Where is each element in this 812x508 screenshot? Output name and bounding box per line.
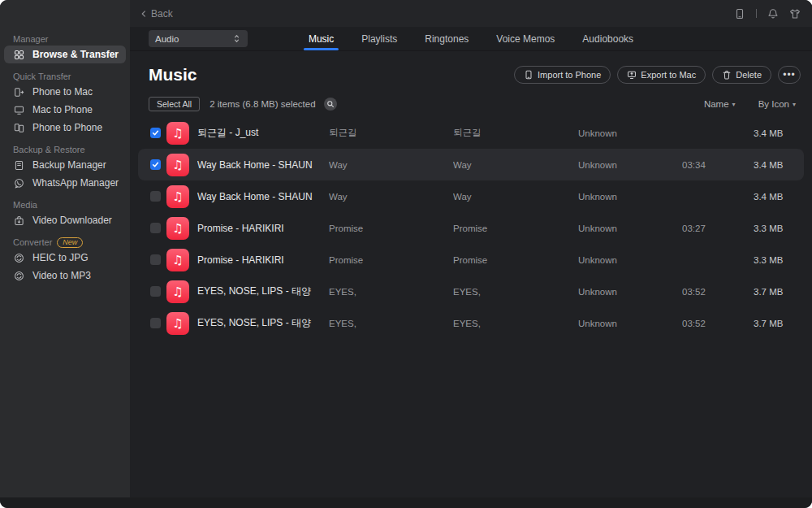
whatsapp-icon	[13, 177, 24, 189]
row-checkbox[interactable]	[150, 254, 161, 265]
export-to-mac-button[interactable]: Export to Mac	[617, 66, 706, 84]
genre-cell: Unknown	[578, 192, 682, 202]
app-window: ManagerBrowse & TransferQuick TransferPh…	[0, 0, 812, 508]
phone-icon	[524, 70, 533, 80]
search-button[interactable]	[324, 98, 337, 111]
sidebar-section-label: Manager	[0, 33, 130, 46]
chevron-left-icon	[140, 10, 148, 18]
song-title-cell: Way Back Home - SHAUN	[197, 191, 329, 202]
song-row[interactable]: ♫퇴근길 - J_ust퇴근길퇴근길Unknown3.4 MB	[138, 117, 804, 149]
tab-music[interactable]: Music	[307, 27, 335, 50]
genre-cell: Unknown	[578, 128, 682, 138]
song-row[interactable]: ♫EYES, NOSE, LIPS - 태양EYES,EYES,Unknown0…	[138, 307, 804, 339]
music-app-icon: ♫	[166, 217, 189, 240]
sort-by-name-dropdown[interactable]: Name ▾	[704, 99, 736, 109]
row-checkbox[interactable]	[150, 191, 161, 202]
song-row[interactable]: ♫Promise - HARIKIRIPromisePromiseUnknown…	[138, 244, 804, 276]
music-app-icon: ♫	[166, 280, 189, 303]
size-cell: 3.3 MB	[754, 255, 804, 265]
content-area: Music Import to PhoneExport to MacDelete…	[130, 51, 812, 497]
tab-ringtones[interactable]: Ringtones	[423, 27, 470, 50]
page-title: Music	[149, 65, 197, 85]
tab-voice-memos[interactable]: Voice Memos	[495, 27, 556, 50]
view-by-icon-dropdown[interactable]: By Icon ▾	[758, 99, 796, 109]
song-title-cell: Way Back Home - SHAUN	[197, 159, 329, 171]
song-title-cell: 퇴근길 - J_ust	[197, 126, 329, 140]
video-download-icon	[13, 215, 24, 226]
song-title-cell: Promise - HARIKIRI	[197, 223, 329, 234]
backup-icon	[13, 159, 24, 171]
tshirt-icon[interactable]	[789, 8, 801, 20]
sidebar-item-backup-manager[interactable]: Backup Manager	[4, 156, 126, 174]
size-cell: 3.3 MB	[754, 224, 804, 233]
export-icon	[627, 70, 637, 80]
album-cell: Promise	[329, 224, 453, 233]
artist-cell: 퇴근길	[453, 127, 578, 139]
artist-cell: EYES,	[453, 287, 578, 297]
artist-cell: EYES,	[453, 319, 578, 328]
back-button[interactable]: Back	[140, 8, 173, 20]
sidebar-item-label: WhatsApp Manager	[32, 177, 119, 189]
sidebar-item-phone-to-phone[interactable]: Phone to Phone	[4, 119, 126, 137]
sidebar-section-backup-restore: Backup & RestoreBackup ManagerWhatsApp M…	[0, 143, 130, 192]
category-select-value: Audio	[155, 34, 179, 44]
sidebar-section-manager: ManagerBrowse & Transfer	[0, 33, 130, 63]
artist-cell: Promise	[453, 255, 578, 265]
top-bar: Back	[130, 0, 812, 27]
sidebar-item-label: Backup Manager	[32, 159, 106, 171]
genre-cell: Unknown	[578, 287, 682, 297]
sidebar-section-quick-transfer: Quick TransferPhone to MacMac to PhonePh…	[0, 70, 130, 137]
row-checkbox[interactable]	[150, 318, 161, 328]
select-all-button[interactable]: Select All	[149, 97, 200, 111]
selection-summary: 2 items (6.8 MB) selected	[209, 99, 315, 109]
sidebar-item-video-downloader[interactable]: Video Downloader	[4, 211, 126, 229]
import-to-phone-button[interactable]: Import to Phone	[514, 66, 611, 84]
sidebar-section-converter: ConverterNewHEIC to JPGVideo to MP3	[0, 236, 130, 284]
window-bottom-edge	[0, 497, 812, 508]
song-row[interactable]: ♫Promise - HARIKIRIPromisePromiseUnknown…	[138, 212, 804, 244]
size-cell: 3.4 MB	[754, 160, 804, 170]
sidebar-item-browse-transfer[interactable]: Browse & Transfer	[4, 46, 126, 63]
caret-down-icon: ▾	[793, 101, 796, 108]
artist-cell: Way	[453, 192, 578, 202]
sidebar-item-mac-to-phone[interactable]: Mac to Phone	[4, 101, 126, 119]
song-title-cell: EYES, NOSE, LIPS - 태양	[197, 316, 329, 330]
row-checkbox[interactable]	[150, 159, 161, 170]
artist-cell: Way	[453, 160, 578, 170]
action-buttons: Import to PhoneExport to MacDelete•••	[514, 66, 801, 84]
grid-icon	[13, 49, 24, 60]
sidebar-section-media: MediaVideo Downloader	[0, 198, 130, 229]
bell-icon[interactable]	[767, 8, 779, 20]
device-icon[interactable]	[734, 8, 745, 20]
tab-label: Music	[309, 33, 334, 45]
sidebar-item-video-to-mp3[interactable]: Video to MP3	[4, 267, 126, 284]
song-row[interactable]: ♫EYES, NOSE, LIPS - 태양EYES,EYES,Unknown0…	[138, 276, 804, 307]
delete-button[interactable]: Delete	[712, 66, 771, 84]
tab-label: Playlists	[361, 33, 397, 45]
sidebar-item-heic-to-jpg[interactable]: HEIC to JPG	[4, 249, 126, 267]
action-button-label: Delete	[736, 70, 762, 80]
sidebar-item-phone-to-mac[interactable]: Phone to Mac	[4, 83, 126, 101]
tab-playlists[interactable]: Playlists	[360, 27, 399, 50]
sidebar: ManagerBrowse & TransferQuick TransferPh…	[0, 0, 130, 497]
more-actions-button[interactable]: •••	[778, 66, 801, 84]
song-row[interactable]: ♫Way Back Home - SHAUNWayWayUnknown3.4 M…	[138, 180, 804, 212]
tab-audiobooks[interactable]: Audiobooks	[581, 27, 635, 50]
sidebar-item-label: Phone to Phone	[32, 122, 102, 133]
music-app-icon: ♫	[166, 122, 189, 145]
size-cell: 3.4 MB	[754, 192, 804, 202]
row-checkbox[interactable]	[150, 286, 161, 297]
artist-cell: Promise	[453, 224, 578, 233]
song-row[interactable]: ♫Way Back Home - SHAUNWayWayUnknown03:34…	[138, 149, 804, 180]
size-cell: 3.7 MB	[754, 287, 804, 297]
duration-cell: 03:52	[682, 287, 754, 297]
album-cell: Way	[329, 192, 453, 202]
duration-cell: 03:27	[682, 224, 754, 233]
section-label-text: Media	[13, 198, 37, 211]
sidebar-item-whatsapp-manager[interactable]: WhatsApp Manager	[4, 174, 126, 192]
category-select[interactable]: Audio	[149, 30, 248, 47]
music-app-icon: ♫	[166, 312, 189, 335]
row-checkbox[interactable]	[150, 128, 161, 138]
row-checkbox[interactable]	[150, 223, 161, 233]
song-title-cell: Promise - HARIKIRI	[197, 254, 329, 266]
